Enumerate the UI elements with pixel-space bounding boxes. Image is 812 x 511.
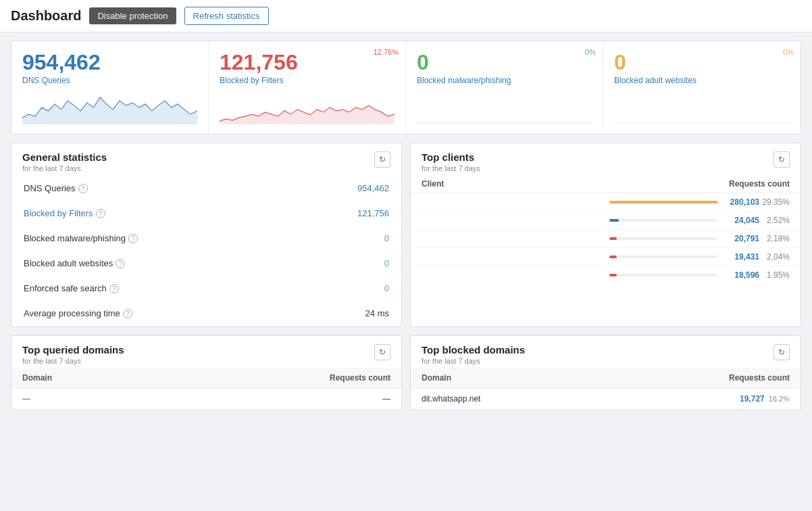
- queried-count-cell: —: [161, 389, 401, 410]
- top-queried-subtitle: for the last 7 days: [22, 357, 124, 365]
- general-statistics-subtitle: for the last 7 days: [22, 164, 107, 172]
- top-clients-panel: Top clients for the last 7 days ↻ Client…: [410, 143, 801, 327]
- top-queried-title: Top queried domains: [22, 344, 124, 356]
- page-header: Dashboard Disable protection Refresh sta…: [0, 0, 812, 32]
- blocked-domain-col-header: Domain: [411, 368, 603, 389]
- general-statistics-header: General statistics for the last 7 days ↻: [11, 143, 401, 175]
- client-bar-bg: [609, 201, 717, 203]
- client-name: [422, 197, 601, 207]
- help-icon[interactable]: ?: [96, 209, 105, 218]
- client-bar-fill: [609, 237, 617, 240]
- client-bar-fill: [609, 274, 617, 276]
- blocked-filters-number: 121,756: [220, 51, 395, 74]
- blocked-adult-label: Blocked adult websites: [614, 76, 790, 85]
- stat-label: Enforced safe search: [24, 283, 107, 293]
- general-stats-row: Blocked by Filters? 121,756: [13, 201, 400, 225]
- client-name: [422, 270, 601, 280]
- general-stats-row: Enforced safe search? 0: [13, 276, 400, 300]
- client-count: 18,596: [726, 270, 759, 280]
- general-statistics-refresh-button[interactable]: ↻: [374, 151, 390, 168]
- help-icon[interactable]: ?: [128, 234, 138, 243]
- blocked-filters-pct: 12.76%: [374, 48, 399, 56]
- stat-label: Average processing time: [24, 308, 120, 318]
- client-bar-wrap: [609, 237, 717, 241]
- client-bar-bg: [609, 274, 717, 276]
- client-bar-bg: [609, 219, 717, 222]
- client-pct: 2.04%: [759, 252, 790, 262]
- client-count: 20,791: [726, 234, 759, 243]
- stat-label-cell: Average processing time?: [13, 301, 290, 325]
- stat-value-cell: 0: [291, 251, 400, 275]
- client-bar-fill: [609, 219, 619, 222]
- blocked-malware-label: Blocked malware/phishing: [417, 76, 592, 85]
- top-clients-subtitle: for the last 7 days: [422, 164, 480, 172]
- stat-card-blocked-filters: 12.76% 121,756 Blocked by Filters: [209, 41, 406, 134]
- stat-value-cell: 954,462: [291, 176, 400, 200]
- dns-queries-label: DNS Queries: [22, 76, 197, 85]
- refresh-statistics-button[interactable]: Refresh statistics: [184, 7, 269, 25]
- top-clients-col-header: Client Requests count: [411, 175, 801, 193]
- client-name: [422, 216, 601, 225]
- blocked-requests-col-header: Requests count: [603, 368, 801, 389]
- client-bar-fill: [609, 256, 617, 258]
- stat-value-cell: 0: [291, 226, 400, 250]
- dns-queries-number: 954,462: [22, 51, 197, 74]
- client-bar-wrap: [609, 256, 717, 259]
- top-blocked-subtitle: for the last 7 days: [422, 357, 525, 365]
- help-icon[interactable]: ?: [116, 259, 125, 268]
- stat-label-cell: Blocked adult websites?: [13, 251, 290, 275]
- col-requests-label: Requests count: [709, 179, 790, 189]
- top-queried-header: Top queried domains for the last 7 days …: [11, 336, 401, 368]
- stat-label: DNS Queries: [24, 183, 76, 193]
- blocked-malware-sparkline: [417, 91, 592, 124]
- client-pct: 1.95%: [759, 270, 790, 280]
- stat-label: Blocked adult websites: [24, 258, 113, 268]
- stat-card-dns-queries: 954,462 DNS Queries: [11, 41, 209, 134]
- blocked-domain-cell: dit.whatsapp.net: [411, 389, 603, 410]
- top-blocked-title: Top blocked domains: [422, 344, 525, 356]
- top-queried-table: Domain Requests count — —: [11, 368, 401, 410]
- top-clients-body: 280,103 29.35% 24,045 2.52% 20,791 2.18%…: [411, 193, 801, 284]
- client-pct: 29.35%: [759, 197, 790, 207]
- top-blocked-table: Domain Requests count dit.whatsapp.net 1…: [411, 368, 801, 410]
- stat-card-blocked-adult: 0% 0 Blocked adult websites: [603, 41, 801, 134]
- stat-cards-row: 954,462 DNS Queries 12.76% 121,756 Block…: [11, 41, 801, 135]
- client-row: 18,596 1.95%: [411, 266, 801, 284]
- stat-label-cell: Enforced safe search?: [13, 276, 290, 300]
- stat-card-blocked-malware: 0% 0 Blocked malware/phishing: [406, 41, 603, 134]
- client-bar-bg: [609, 256, 717, 258]
- client-row: 280,103 29.35%: [411, 193, 801, 212]
- dns-queries-sparkline: [22, 91, 197, 124]
- queried-domain-cell: —: [11, 389, 161, 410]
- general-stats-row: Blocked malware/phishing? 0: [13, 226, 400, 250]
- main-content: 954,462 DNS Queries 12.76% 121,756 Block…: [0, 32, 812, 418]
- table-row: — —: [11, 389, 401, 410]
- help-icon[interactable]: ?: [78, 184, 88, 193]
- stat-label[interactable]: Blocked by Filters: [24, 208, 93, 218]
- client-bar-fill: [609, 201, 717, 203]
- client-pct: 2.18%: [759, 234, 790, 243]
- help-icon[interactable]: ?: [109, 284, 119, 293]
- blocked-malware-pct: 0%: [585, 48, 596, 56]
- general-statistics-title: General statistics: [22, 151, 107, 163]
- general-stats-row: Blocked adult websites? 0: [13, 251, 400, 275]
- help-icon[interactable]: ?: [123, 309, 132, 318]
- client-row: 19,431 2.04%: [411, 248, 801, 266]
- top-queried-panel: Top queried domains for the last 7 days …: [11, 335, 402, 410]
- blocked-count-cell: 19,72716.2%: [603, 389, 801, 410]
- col-client-label: Client: [422, 179, 709, 189]
- disable-protection-button[interactable]: Disable protection: [89, 7, 176, 24]
- blocked-malware-number: 0: [417, 51, 592, 74]
- stat-value-cell: 0: [291, 276, 400, 300]
- top-queried-refresh-button[interactable]: ↻: [374, 344, 390, 360]
- client-count: 19,431: [726, 252, 759, 262]
- client-count: 24,045: [726, 216, 759, 225]
- top-blocked-refresh-button[interactable]: ↻: [773, 344, 790, 360]
- top-clients-header: Top clients for the last 7 days ↻: [411, 143, 801, 175]
- top-clients-refresh-button[interactable]: ↻: [773, 151, 790, 168]
- stat-label-cell: Blocked malware/phishing?: [13, 226, 290, 250]
- page-title: Dashboard: [11, 8, 81, 24]
- blocked-adult-number: 0: [614, 51, 790, 74]
- general-statistics-panel: General statistics for the last 7 days ↻…: [11, 143, 402, 327]
- client-pct: 2.52%: [759, 216, 790, 225]
